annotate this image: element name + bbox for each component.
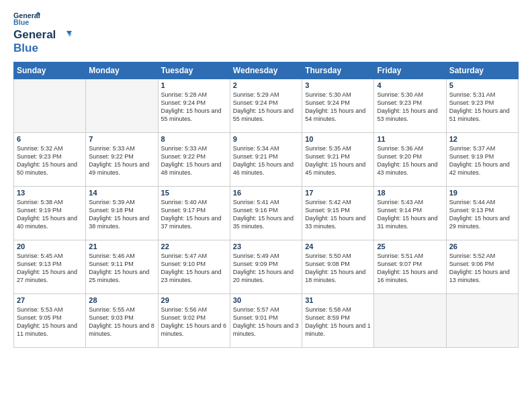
- calendar-cell: 6Sunrise: 5:32 AM Sunset: 9:23 PM Daylig…: [14, 133, 86, 187]
- weekday-header-friday: Friday: [374, 62, 446, 79]
- day-number: 24: [305, 242, 371, 250]
- day-number: 6: [17, 135, 83, 143]
- day-info: Sunrise: 5:29 AM Sunset: 9:24 PM Dayligh…: [233, 91, 299, 124]
- day-number: 28: [89, 296, 154, 304]
- calendar-cell: 8Sunrise: 5:33 AM Sunset: 9:22 PM Daylig…: [158, 133, 230, 187]
- day-info: Sunrise: 5:44 AM Sunset: 9:13 PM Dayligh…: [449, 198, 515, 231]
- header: General Blue General Blue: [13, 11, 519, 55]
- day-info: Sunrise: 5:33 AM Sunset: 9:22 PM Dayligh…: [89, 144, 154, 177]
- calendar-week-5: 27Sunrise: 5:53 AM Sunset: 9:05 PM Dayli…: [14, 294, 519, 348]
- day-info: Sunrise: 5:47 AM Sunset: 9:10 PM Dayligh…: [161, 252, 227, 285]
- calendar-cell: 14Sunrise: 5:39 AM Sunset: 9:18 PM Dayli…: [86, 187, 158, 240]
- calendar-week-3: 13Sunrise: 5:38 AM Sunset: 9:19 PM Dayli…: [14, 187, 519, 240]
- calendar-cell: 30Sunrise: 5:57 AM Sunset: 9:01 PM Dayli…: [230, 294, 302, 348]
- day-number: 16: [233, 189, 299, 197]
- calendar-cell: 25Sunrise: 5:51 AM Sunset: 9:07 PM Dayli…: [374, 240, 446, 294]
- day-number: 29: [161, 296, 227, 304]
- calendar-cell: [86, 79, 158, 133]
- day-number: 12: [449, 135, 515, 143]
- calendar-cell: 3Sunrise: 5:30 AM Sunset: 9:24 PM Daylig…: [302, 79, 374, 133]
- day-info: Sunrise: 5:33 AM Sunset: 9:22 PM Dayligh…: [161, 144, 227, 177]
- calendar-cell: 1Sunrise: 5:28 AM Sunset: 9:24 PM Daylig…: [158, 79, 230, 133]
- calendar-cell: 18Sunrise: 5:43 AM Sunset: 9:14 PM Dayli…: [374, 187, 446, 240]
- day-info: Sunrise: 5:32 AM Sunset: 9:23 PM Dayligh…: [17, 144, 83, 177]
- calendar-cell: 26Sunrise: 5:52 AM Sunset: 9:06 PM Dayli…: [446, 240, 518, 294]
- calendar-cell: 19Sunrise: 5:44 AM Sunset: 9:13 PM Dayli…: [446, 187, 518, 240]
- calendar-cell: 29Sunrise: 5:56 AM Sunset: 9:02 PM Dayli…: [158, 294, 230, 348]
- calendar-cell: 15Sunrise: 5:40 AM Sunset: 9:17 PM Dayli…: [158, 187, 230, 240]
- day-info: Sunrise: 5:38 AM Sunset: 9:19 PM Dayligh…: [17, 198, 83, 231]
- calendar-week-4: 20Sunrise: 5:45 AM Sunset: 9:13 PM Dayli…: [14, 240, 519, 294]
- calendar-cell: 2Sunrise: 5:29 AM Sunset: 9:24 PM Daylig…: [230, 79, 302, 133]
- day-number: 11: [377, 135, 443, 143]
- calendar-cell: 17Sunrise: 5:42 AM Sunset: 9:15 PM Dayli…: [302, 187, 374, 240]
- calendar-cell: 21Sunrise: 5:46 AM Sunset: 9:11 PM Dayli…: [86, 240, 158, 294]
- logo-general: General: [13, 28, 56, 41]
- day-number: 15: [161, 189, 227, 197]
- day-info: Sunrise: 5:57 AM Sunset: 9:01 PM Dayligh…: [233, 306, 299, 338]
- calendar-cell: 5Sunrise: 5:31 AM Sunset: 9:23 PM Daylig…: [446, 79, 518, 133]
- calendar-week-1: 1Sunrise: 5:28 AM Sunset: 9:24 PM Daylig…: [14, 79, 519, 133]
- day-info: Sunrise: 5:58 AM Sunset: 8:59 PM Dayligh…: [305, 306, 371, 338]
- day-info: Sunrise: 5:30 AM Sunset: 9:24 PM Dayligh…: [305, 91, 371, 124]
- weekday-header-sunday: Sunday: [14, 62, 86, 79]
- day-number: 1: [161, 81, 227, 89]
- day-info: Sunrise: 5:39 AM Sunset: 9:18 PM Dayligh…: [89, 198, 154, 231]
- day-number: 25: [377, 242, 443, 250]
- day-info: Sunrise: 5:55 AM Sunset: 9:03 PM Dayligh…: [89, 306, 154, 338]
- day-number: 5: [449, 81, 515, 89]
- day-info: Sunrise: 5:52 AM Sunset: 9:06 PM Dayligh…: [449, 252, 515, 285]
- calendar-header-row: SundayMondayTuesdayWednesdayThursdayFrid…: [14, 62, 519, 79]
- logo-icon-graphic: [60, 31, 72, 40]
- calendar-cell: 27Sunrise: 5:53 AM Sunset: 9:05 PM Dayli…: [14, 294, 86, 348]
- day-info: Sunrise: 5:34 AM Sunset: 9:21 PM Dayligh…: [233, 144, 299, 177]
- svg-marker-5: [68, 34, 72, 37]
- day-info: Sunrise: 5:51 AM Sunset: 9:07 PM Dayligh…: [377, 252, 443, 285]
- calendar-cell: 16Sunrise: 5:41 AM Sunset: 9:16 PM Dayli…: [230, 187, 302, 240]
- day-number: 3: [305, 81, 371, 89]
- day-number: 31: [305, 296, 371, 304]
- day-info: Sunrise: 5:35 AM Sunset: 9:21 PM Dayligh…: [305, 144, 371, 177]
- weekday-header-thursday: Thursday: [302, 62, 374, 79]
- day-number: 13: [17, 189, 83, 197]
- day-info: Sunrise: 5:46 AM Sunset: 9:11 PM Dayligh…: [89, 252, 154, 285]
- calendar-cell: 23Sunrise: 5:49 AM Sunset: 9:09 PM Dayli…: [230, 240, 302, 294]
- day-info: Sunrise: 5:30 AM Sunset: 9:23 PM Dayligh…: [377, 91, 443, 124]
- day-number: 27: [17, 296, 83, 304]
- calendar-cell: [14, 79, 86, 133]
- day-number: 22: [161, 242, 227, 250]
- svg-text:Blue: Blue: [13, 18, 29, 26]
- calendar-cell: 4Sunrise: 5:30 AM Sunset: 9:23 PM Daylig…: [374, 79, 446, 133]
- day-number: 4: [377, 81, 443, 89]
- calendar-cell: [374, 294, 446, 348]
- day-info: Sunrise: 5:45 AM Sunset: 9:13 PM Dayligh…: [17, 252, 83, 285]
- day-number: 21: [89, 242, 154, 250]
- day-number: 9: [233, 135, 299, 143]
- calendar-cell: 10Sunrise: 5:35 AM Sunset: 9:21 PM Dayli…: [302, 133, 374, 187]
- calendar-cell: 11Sunrise: 5:36 AM Sunset: 9:20 PM Dayli…: [374, 133, 446, 187]
- day-number: 8: [161, 135, 227, 143]
- day-number: 20: [17, 242, 83, 250]
- day-info: Sunrise: 5:49 AM Sunset: 9:09 PM Dayligh…: [233, 252, 299, 285]
- calendar-table: SundayMondayTuesdayWednesdayThursdayFrid…: [13, 62, 519, 348]
- calendar-cell: 7Sunrise: 5:33 AM Sunset: 9:22 PM Daylig…: [86, 133, 158, 187]
- day-number: 30: [233, 296, 299, 304]
- day-info: Sunrise: 5:28 AM Sunset: 9:24 PM Dayligh…: [161, 91, 227, 124]
- day-info: Sunrise: 5:41 AM Sunset: 9:16 PM Dayligh…: [233, 198, 299, 231]
- weekday-header-saturday: Saturday: [446, 62, 518, 79]
- day-number: 23: [233, 242, 299, 250]
- calendar-cell: 20Sunrise: 5:45 AM Sunset: 9:13 PM Dayli…: [14, 240, 86, 294]
- day-number: 18: [377, 189, 443, 197]
- logo-blue: Blue: [13, 42, 38, 54]
- day-number: 7: [89, 135, 154, 143]
- day-number: 26: [449, 242, 515, 250]
- day-number: 10: [305, 135, 371, 143]
- day-info: Sunrise: 5:53 AM Sunset: 9:05 PM Dayligh…: [17, 306, 83, 338]
- weekday-header-tuesday: Tuesday: [158, 62, 230, 79]
- day-info: Sunrise: 5:43 AM Sunset: 9:14 PM Dayligh…: [377, 198, 443, 231]
- logo-svg: General Blue: [13, 11, 40, 27]
- weekday-header-monday: Monday: [86, 62, 158, 79]
- calendar-cell: [446, 294, 518, 348]
- weekday-header-wednesday: Wednesday: [230, 62, 302, 79]
- calendar-cell: 24Sunrise: 5:50 AM Sunset: 9:08 PM Dayli…: [302, 240, 374, 294]
